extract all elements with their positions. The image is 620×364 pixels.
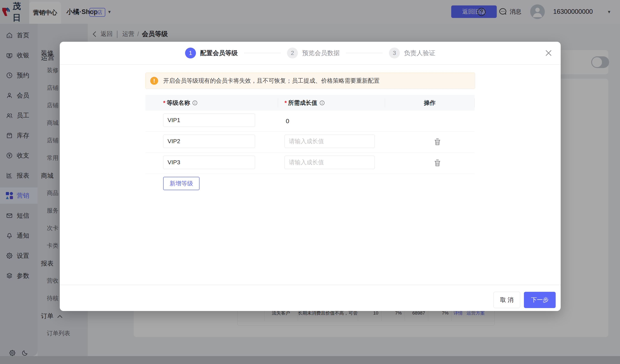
col-header-level-name: *等级名称	[145, 99, 278, 107]
trash-icon[interactable]	[433, 158, 443, 168]
step-1: 1配置会员等级	[185, 48, 238, 58]
info-icon[interactable]	[319, 100, 325, 106]
cancel-button[interactable]: 取 消	[493, 292, 520, 308]
next-step-button[interactable]: 下一步	[524, 292, 556, 308]
step-number: 3	[389, 48, 400, 58]
level-name-input[interactable]	[163, 114, 255, 127]
step-2: 2预览会员数据	[287, 48, 340, 58]
step-label: 预览会员数据	[302, 49, 340, 58]
col-header-actions: 操作	[385, 99, 475, 107]
growth-value-input[interactable]	[284, 135, 375, 148]
info-icon[interactable]	[192, 100, 198, 106]
warning-banner: ! 开启会员等级现有的会员卡将失效，且不可恢复；员工提成、价格策略需要重新配置	[145, 73, 475, 89]
step-connector	[244, 53, 281, 53]
step-connector	[346, 53, 383, 53]
step-number: 2	[287, 48, 298, 58]
warning-icon: !	[150, 77, 158, 85]
growth-value-text: 0	[286, 111, 289, 131]
step-3: 3负责人验证	[389, 48, 435, 58]
member-level-config-modal: 1配置会员等级2预览会员数据3负责人验证 ! 开启会员等级现有的会员卡将失效，且…	[60, 42, 561, 311]
level-table: *等级名称*所需成长值操作 0	[145, 95, 475, 174]
level-row-VIP1: 0	[145, 111, 475, 132]
modal-steps-header: 1配置会员等级2预览会员数据3负责人验证	[60, 42, 561, 65]
level-row-VIP2	[145, 132, 475, 153]
level-table-header: *等级名称*所需成长值操作	[145, 95, 475, 111]
level-name-input[interactable]	[163, 156, 255, 169]
step-label: 配置会员等级	[200, 49, 238, 58]
level-row-VIP3	[145, 153, 475, 174]
step-number: 1	[185, 48, 196, 58]
add-level-button[interactable]: 新增等级	[163, 177, 200, 190]
warning-text: 开启会员等级现有的会员卡将失效，且不可恢复；员工提成、价格策略需要重新配置	[163, 77, 380, 85]
modal-footer: 取 消 下一步	[60, 285, 561, 311]
close-icon[interactable]	[544, 48, 553, 58]
trash-icon[interactable]	[433, 137, 443, 147]
growth-value-input[interactable]	[284, 156, 375, 169]
col-header-growth-value: *所需成长值	[278, 99, 385, 107]
step-label: 负责人验证	[404, 49, 435, 58]
level-name-input[interactable]	[163, 135, 255, 148]
